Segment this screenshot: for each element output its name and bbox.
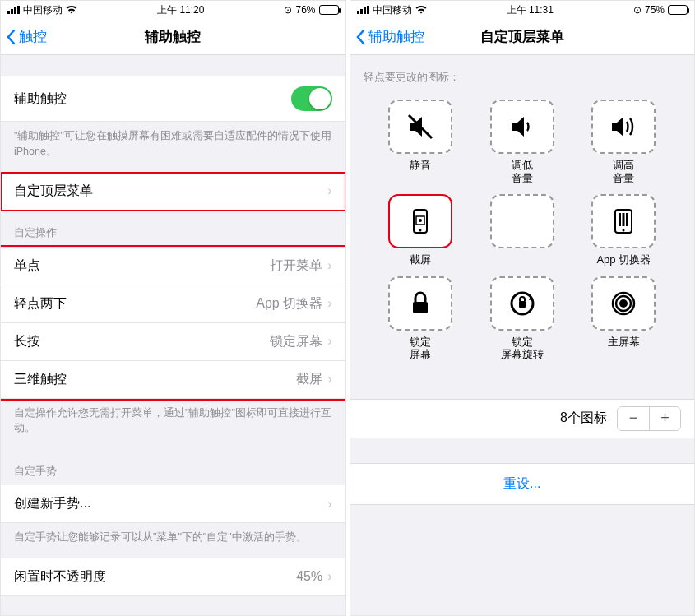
customize-top-menu-row[interactable]: 自定顶层菜单 › (1, 173, 345, 211)
svg-point-15 (619, 299, 628, 308)
back-button[interactable]: 辅助触控 (350, 27, 424, 46)
grid-item-volume-up[interactable]: 调高 音量 (591, 100, 656, 184)
toggle-label: 辅助触控 (14, 90, 67, 108)
time-label: 上午 11:31 (507, 3, 554, 17)
carrier-label: 中国移动 (23, 3, 63, 17)
icon-label: 截屏 (410, 253, 431, 266)
chevron-right-icon: › (327, 497, 331, 512)
status-bar: 中国移动 上午 11:31 ⊙ 75% (350, 1, 695, 19)
stepper-minus-button[interactable]: − (618, 407, 649, 430)
svg-point-4 (419, 219, 422, 222)
volume-up-icon (607, 110, 640, 143)
action-3d-touch-row[interactable]: 三维触控 截屏› (1, 361, 345, 399)
signal-icon (357, 6, 369, 14)
action-value: App 切换器 (256, 295, 322, 313)
battery-icon (319, 5, 339, 15)
svg-rect-9 (626, 213, 628, 226)
reset-button[interactable]: 重设... (350, 463, 695, 505)
gesture-footer: 自定手势让您能够记录可以从"菜单"下的"自定"中激活的手势。 (1, 523, 345, 558)
page-title: 辅助触控 (145, 27, 201, 46)
alarm-icon: ⊙ (284, 4, 292, 16)
grid-item-app-switcher[interactable]: App 切换器 (591, 194, 656, 266)
assistivetouch-toggle-row[interactable]: 辅助触控 (1, 76, 345, 122)
icon-grid: 静音 调低 音量 调高 音量 截屏 (350, 91, 695, 374)
icon-label: 调低 音量 (512, 159, 533, 184)
chevron-right-icon: › (327, 258, 331, 273)
lock-screen-icon (404, 287, 437, 320)
idle-opacity-row[interactable]: 闲置时不透明度 45%› (1, 558, 345, 596)
action-label: 轻点两下 (14, 295, 67, 313)
grid-item-volume-down[interactable]: 调低 音量 (490, 100, 554, 184)
svg-rect-7 (619, 213, 621, 226)
home-icon (607, 287, 640, 320)
chevron-right-icon: › (327, 334, 331, 349)
screen-customize-menu: 中国移动 上午 11:31 ⊙ 75% 辅助触控 自定顶层菜单 轻点要更改的图标… (350, 0, 696, 616)
svg-rect-10 (413, 302, 428, 313)
app-switcher-icon (607, 205, 640, 238)
carrier-label: 中国移动 (373, 3, 412, 17)
grid-item-rotation-lock[interactable]: 锁定 屏幕旋转 (490, 276, 554, 361)
action-value: 打开菜单 (270, 257, 322, 275)
action-long-press-row[interactable]: 长按 锁定屏幕› (1, 323, 345, 361)
action-value: 截屏 (296, 371, 322, 388)
custom-menu-label: 自定顶层菜单 (14, 183, 93, 200)
svg-point-2 (419, 229, 422, 232)
icon-count-stepper[interactable]: − + (617, 406, 681, 431)
icon-label: 锁定 屏幕 (410, 336, 431, 361)
create-gesture-label: 创建新手势... (14, 495, 90, 512)
grid-item-mute[interactable]: 静音 (388, 100, 452, 184)
section-custom-gestures: 自定手势 (1, 449, 345, 485)
nav-bar: 辅助触控 自定顶层菜单 (350, 19, 695, 55)
grid-item-lock-screen[interactable]: 锁定 屏幕 (388, 276, 452, 361)
svg-rect-12 (519, 301, 526, 308)
icon-count-row: 8个图标 − + (350, 399, 695, 438)
nav-bar: 触控 辅助触控 (1, 19, 345, 55)
action-label: 单点 (14, 257, 40, 275)
actions-footer: 自定操作允许您无需打开菜单，通过"辅助触控"图标即可直接进行互动。 (1, 399, 345, 450)
icon-label: 锁定 屏幕旋转 (501, 336, 544, 361)
icon-label: 静音 (410, 159, 431, 172)
rotation-lock-icon (506, 287, 539, 320)
alarm-icon: ⊙ (633, 4, 642, 16)
grid-item-screenshot[interactable]: 截屏 (388, 194, 452, 266)
page-title: 自定顶层菜单 (480, 27, 564, 46)
svg-point-6 (623, 229, 625, 232)
icon-label: 调高 音量 (613, 159, 634, 184)
back-label: 触控 (19, 27, 47, 46)
create-gesture-row[interactable]: 创建新手势... › (1, 485, 345, 523)
battery-icon (668, 5, 688, 15)
action-value: 锁定屏幕 (270, 333, 322, 350)
toggle-switch[interactable] (291, 86, 332, 111)
wifi-icon (415, 4, 427, 16)
time-label: 上午 11:20 (157, 3, 204, 17)
back-label: 辅助触控 (368, 27, 424, 46)
volume-down-icon (506, 110, 539, 143)
action-single-tap-row[interactable]: 单点 打开菜单› (1, 247, 345, 285)
svg-rect-8 (623, 213, 625, 226)
chevron-right-icon: › (327, 296, 331, 311)
action-label: 三维触控 (14, 371, 67, 388)
grid-item-empty[interactable] (490, 194, 554, 266)
chevron-right-icon: › (327, 569, 331, 584)
toggle-footer: "辅助触控"可让您在触摸屏幕有困难或需要自适应配件的情况下使用 iPhone。 (1, 122, 345, 173)
status-bar: 中国移动 上午 11:20 ⊙ 76% (1, 1, 345, 19)
wifi-icon (66, 4, 77, 16)
section-custom-actions: 自定操作 (1, 211, 345, 247)
stepper-plus-button[interactable]: + (649, 407, 680, 430)
hint-label: 轻点要更改的图标： (350, 55, 695, 91)
screen-assistivetouch: 中国移动 上午 11:20 ⊙ 76% 触控 辅助触控 辅助触控 "辅助触控"可… (0, 0, 346, 616)
opacity-label: 闲置时不透明度 (14, 568, 106, 586)
grid-item-home[interactable]: 主屏幕 (591, 276, 656, 361)
signal-icon (7, 6, 20, 14)
icon-count-label: 8个图标 (560, 410, 607, 427)
action-double-tap-row[interactable]: 轻点两下 App 切换器› (1, 285, 345, 323)
mute-icon (404, 110, 437, 143)
action-label: 长按 (14, 333, 40, 350)
opacity-value: 45% (296, 569, 322, 584)
battery-percent: 75% (645, 4, 665, 16)
back-button[interactable]: 触控 (1, 27, 47, 46)
chevron-right-icon: › (327, 183, 331, 198)
empty-slot (490, 194, 554, 248)
reset-label: 重设... (503, 476, 540, 490)
chevron-right-icon: › (327, 372, 331, 387)
